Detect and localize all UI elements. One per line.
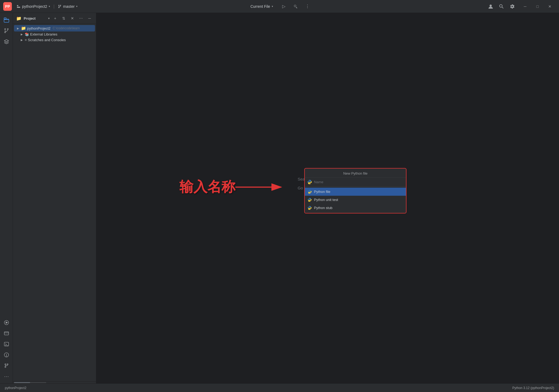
sidebar-item-project[interactable] — [2, 15, 11, 25]
python-test-icon — [307, 197, 312, 202]
svg-point-26 — [7, 364, 8, 365]
tree-arrow-scratches: ▶ — [20, 38, 24, 42]
dialog-input-row — [305, 178, 406, 186]
panel-header: 📁 Project ▾ + ⇅ ✕ ⋯ ─ — [13, 13, 96, 24]
more-options-button[interactable]: ⋮ — [303, 2, 312, 11]
svg-marker-17 — [6, 322, 8, 323]
app-logo: PP — [3, 2, 12, 11]
svg-point-6 — [490, 5, 492, 7]
status-project[interactable]: pythonProject2 — [3, 386, 28, 390]
sidebar-item-layers2[interactable] — [2, 329, 11, 338]
panel-folder-icon: 📁 — [16, 16, 22, 21]
scrollbar-track[interactable] — [14, 382, 46, 383]
dialog-title: New Python file — [305, 168, 406, 178]
branch-icon — [58, 5, 62, 8]
python-icon-svg — [307, 179, 312, 184]
panel-title-chevron: ▾ — [48, 17, 50, 20]
sidebar-item-more[interactable]: ⋯ — [2, 372, 11, 381]
sidebar-item-problems[interactable] — [2, 350, 11, 360]
branch-chevron: ▾ — [76, 5, 77, 8]
add-file-button[interactable]: + — [52, 15, 58, 22]
python-file-icon — [307, 189, 312, 194]
svg-rect-0 — [17, 5, 18, 6]
toggle-sort-button[interactable]: ⇅ — [61, 15, 67, 22]
search-button[interactable] — [497, 2, 506, 11]
status-right: Python 3.12 (pythonProject2) — [511, 386, 556, 390]
svg-point-11 — [5, 29, 6, 30]
scrollbar-thumb[interactable] — [14, 382, 30, 383]
close-button[interactable]: ✕ — [544, 2, 556, 11]
project-name: pythonProject2 — [22, 4, 47, 9]
svg-rect-18 — [4, 332, 9, 335]
tree-item-root[interactable]: ▶ 📁 pythonProject2 C:\code\code\learn — [14, 25, 95, 31]
profile-button[interactable] — [486, 2, 496, 11]
svg-point-25 — [5, 364, 6, 365]
svg-marker-15 — [4, 40, 9, 42]
dialog-list-item-python-file[interactable]: Python file — [305, 188, 406, 196]
separator1: | — [53, 4, 54, 9]
minimize-button[interactable]: ─ — [519, 2, 531, 11]
svg-point-27 — [5, 366, 6, 368]
sidebar-item-terminal[interactable] — [2, 339, 11, 349]
tree-icon-root: 📁 — [21, 26, 26, 31]
svg-rect-20 — [4, 342, 9, 346]
statusbar: pythonProject2 Python 3.12 (pythonProjec… — [0, 383, 559, 392]
main-content: Search Everywhere Double Shift Go to Fil… — [96, 13, 559, 383]
sidebar-item-layers[interactable] — [2, 37, 11, 46]
panel-title: Project — [24, 16, 46, 20]
annotation: 输入名称 — [179, 179, 235, 195]
tree-label-scratches: Scratches and Consoles — [28, 38, 66, 42]
project-selector[interactable]: pythonProject2 ▾ — [14, 3, 53, 10]
titlebar: PP pythonProject2 ▾ | master ▾ Current F… — [0, 0, 559, 13]
branch-selector[interactable]: master ▾ — [55, 3, 80, 10]
settings-button[interactable] — [507, 2, 517, 11]
run-button[interactable]: ▷ — [279, 2, 289, 11]
annotation-arrow — [235, 180, 289, 194]
sidebar-item-git[interactable] — [2, 361, 11, 370]
maximize-button[interactable]: □ — [532, 2, 543, 11]
svg-line-8 — [502, 7, 503, 8]
close-panel-button[interactable]: ✕ — [69, 15, 76, 22]
window-controls: ─ □ ✕ — [519, 2, 556, 11]
panel-scrollbar — [13, 381, 96, 383]
tree-path-root: C:\code\code\learn — [53, 26, 80, 30]
tree-arrow-root: ▶ — [16, 26, 20, 30]
dialog-list-item-python-stub[interactable]: Python stub — [305, 204, 406, 212]
tree-arrow-libraries: ▶ — [20, 33, 24, 36]
dialog-list: Python file Python unit test P — [305, 186, 406, 213]
dialog-name-input[interactable] — [314, 180, 404, 184]
tree-item-scratches[interactable]: ▶ ≡ Scratches and Consoles — [18, 37, 95, 43]
debug-button[interactable] — [291, 2, 300, 11]
dialog-list-item-python-test[interactable]: Python unit test — [305, 196, 406, 204]
collapse-panel-button[interactable]: ─ — [86, 15, 93, 22]
tree-item-libraries[interactable]: ▶ 📚 External Libraries — [18, 31, 95, 37]
project-chevron: ▾ — [49, 5, 50, 8]
svg-point-12 — [5, 32, 6, 33]
status-python-version[interactable]: Python 3.12 (pythonProject2) — [511, 386, 556, 390]
annotation-text: 输入名称 — [179, 179, 235, 195]
sidebar-item-run[interactable] — [2, 318, 11, 327]
panel-more-button[interactable]: ⋯ — [78, 15, 84, 22]
python-stub-icon — [307, 206, 312, 210]
svg-rect-1 — [17, 7, 20, 8]
left-sidebar: ⋯ — [0, 13, 13, 383]
tree-icon-libraries: 📚 — [25, 32, 29, 36]
new-file-dialog: New Python file Pyt — [304, 168, 406, 213]
tree-label-libraries: External Libraries — [30, 32, 57, 36]
project-tree: ▶ 📁 pythonProject2 C:\code\code\learn ▶ … — [13, 24, 96, 381]
list-item-label-python-stub: Python stub — [314, 206, 332, 210]
status-left: pythonProject2 — [3, 386, 511, 390]
project-icon — [17, 5, 20, 8]
svg-point-3 — [58, 7, 59, 8]
titlebar-icons — [486, 2, 517, 11]
sidebar-item-vcs[interactable] — [2, 26, 11, 36]
titlebar-center: Current File ▾ ▷ ⋮ — [247, 2, 312, 11]
svg-rect-10 — [4, 18, 6, 19]
svg-point-7 — [500, 5, 502, 7]
svg-point-2 — [58, 5, 59, 6]
svg-point-13 — [7, 29, 8, 30]
list-item-label-python-file: Python file — [314, 190, 330, 194]
current-file-button[interactable]: Current File ▾ — [247, 3, 277, 10]
tree-icon-scratches: ≡ — [25, 38, 27, 42]
current-file-chevron: ▾ — [272, 5, 273, 8]
